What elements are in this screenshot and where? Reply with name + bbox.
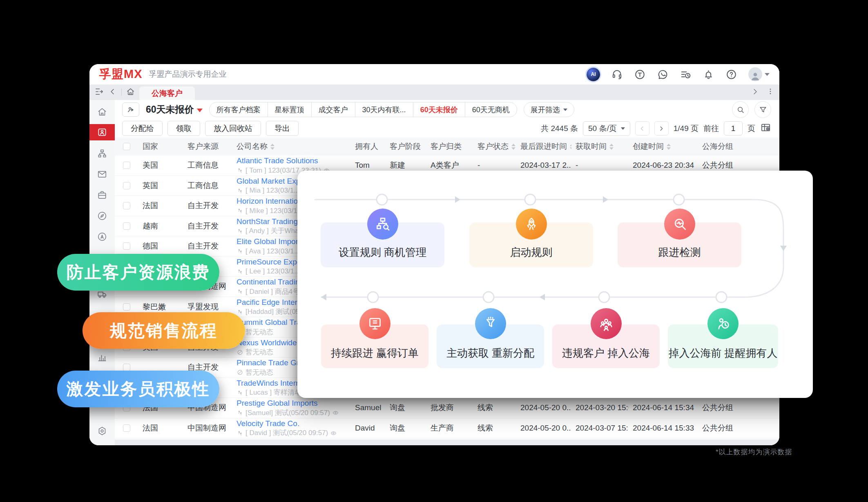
company-link[interactable]: Velocity Trade Co. bbox=[237, 419, 351, 428]
sidebar-item-mail[interactable] bbox=[89, 164, 115, 184]
cell-country: 法国 bbox=[138, 423, 183, 433]
more-vertical-icon[interactable] bbox=[766, 87, 774, 96]
view-label: 60天未报价 bbox=[146, 103, 194, 116]
search-button[interactable] bbox=[732, 101, 749, 118]
app-logo: 孚盟MX bbox=[99, 66, 143, 82]
recycle-bin-button[interactable]: 放入回收站 bbox=[205, 121, 261, 136]
export-button[interactable]: 导出 bbox=[266, 121, 299, 136]
home-icon[interactable] bbox=[126, 87, 135, 96]
filter-tab-4[interactable]: 60天未报价 bbox=[413, 102, 465, 117]
filter-tab-3[interactable]: 30天内有联... bbox=[355, 102, 413, 117]
cell-owner: Tom bbox=[351, 161, 386, 170]
whatsapp-icon[interactable] bbox=[657, 69, 669, 80]
sort-icon[interactable] bbox=[609, 144, 614, 150]
sort-icon[interactable] bbox=[667, 144, 671, 150]
eye-icon[interactable] bbox=[330, 430, 337, 437]
column-header-9[interactable]: 获取时间 bbox=[571, 141, 629, 152]
sidebar-item-discover[interactable] bbox=[89, 205, 115, 226]
table-header: 国家客户来源公司名称拥有人客户阶段客户归类客户状态最后跟进时间获取时间创建时间公… bbox=[115, 138, 779, 155]
company-link[interactable]: Prestige Global Imports bbox=[237, 399, 351, 408]
filter-tab-2[interactable]: 成交客户 bbox=[311, 102, 355, 117]
ai-assistant-icon[interactable]: AI bbox=[587, 68, 600, 81]
page-size-select[interactable]: 50 条/页 bbox=[583, 121, 630, 136]
user-menu[interactable] bbox=[748, 67, 770, 81]
filter-tab-0[interactable]: 所有客户档案 bbox=[210, 102, 268, 117]
sidebar-item-business[interactable] bbox=[89, 184, 115, 205]
letter-a-icon bbox=[97, 231, 107, 242]
cell-status: 线索 bbox=[473, 423, 516, 433]
chevron-left-icon[interactable] bbox=[108, 87, 117, 96]
select-all-checkbox[interactable] bbox=[123, 143, 130, 150]
screenshot-canvas: 孚盟MX 孚盟产品演示专用企业 AI 公海客户 6 bbox=[0, 0, 868, 502]
assign-to-button[interactable]: 分配给 bbox=[122, 121, 163, 136]
row-checkbox[interactable] bbox=[123, 182, 130, 189]
filter-tab-1[interactable]: 星标置顶 bbox=[268, 102, 311, 117]
column-header-3[interactable]: 公司名称 bbox=[232, 141, 351, 152]
header-icon-group: AI bbox=[587, 67, 770, 81]
row-checkbox[interactable] bbox=[123, 424, 130, 432]
sidebar-item-customers[interactable] bbox=[89, 124, 115, 140]
row-checkbox[interactable] bbox=[123, 222, 130, 230]
ai-assistant-icon: AI bbox=[587, 68, 600, 81]
prev-page-button[interactable] bbox=[635, 121, 649, 135]
row-checkbox[interactable] bbox=[123, 242, 130, 250]
footprints-icon bbox=[237, 228, 243, 235]
tab-public-customers[interactable]: 公海客户 bbox=[139, 87, 195, 100]
workflow-step-label: 跟进检测 bbox=[658, 245, 701, 260]
cell-public-group: 公共分组 bbox=[698, 423, 779, 433]
view-selector[interactable]: 60天未报价 bbox=[146, 103, 203, 116]
eye-icon[interactable] bbox=[332, 409, 339, 416]
order-icon bbox=[359, 308, 390, 339]
footprints-icon bbox=[237, 207, 243, 214]
assign-filter-icon bbox=[126, 105, 135, 114]
no-activity-icon bbox=[237, 349, 243, 356]
column-header-7[interactable]: 客户状态 bbox=[473, 141, 516, 152]
tab-bar: 公海客户 bbox=[89, 84, 779, 100]
sidebar-item-home[interactable] bbox=[89, 101, 115, 122]
cell-country: 黎巴嫩 bbox=[138, 302, 183, 312]
compass-icon bbox=[97, 211, 107, 221]
sidebar-item-settings[interactable] bbox=[89, 426, 115, 436]
row-checkbox[interactable] bbox=[123, 303, 130, 311]
collapse-menu-icon[interactable] bbox=[94, 87, 104, 96]
cell-create-time: 2024-06-23 20:34 bbox=[629, 161, 698, 170]
task-list-icon[interactable] bbox=[680, 69, 692, 80]
column-header-5: 客户阶段 bbox=[386, 141, 426, 152]
chevron-right-icon[interactable] bbox=[750, 87, 760, 96]
sidebar-item-org[interactable] bbox=[89, 143, 115, 164]
goto-page-input[interactable] bbox=[724, 121, 743, 135]
table-settings-button[interactable] bbox=[760, 122, 771, 135]
filter-button[interactable] bbox=[754, 101, 771, 118]
bell-icon[interactable] bbox=[703, 69, 714, 80]
row-checkbox[interactable] bbox=[123, 162, 130, 169]
sort-icon[interactable] bbox=[270, 144, 274, 150]
column-header-6: 客户归类 bbox=[426, 141, 473, 152]
remind-icon bbox=[707, 308, 739, 339]
expand-filter-button[interactable]: 展开筛选 bbox=[524, 102, 574, 117]
briefcase-icon bbox=[97, 190, 107, 200]
column-header-8[interactable]: 最后跟进时间 bbox=[516, 141, 571, 152]
sidebar-item-reports[interactable] bbox=[89, 347, 115, 368]
headset-icon[interactable] bbox=[611, 69, 623, 80]
horizontal-scrollbar[interactable] bbox=[115, 440, 779, 445]
violation-icon bbox=[591, 308, 622, 339]
help-icon[interactable] bbox=[725, 69, 737, 80]
row-checkbox[interactable] bbox=[123, 202, 130, 209]
sort-icon[interactable] bbox=[511, 144, 515, 150]
cell-source: 工商信息 bbox=[183, 160, 232, 171]
row-checkbox[interactable] bbox=[123, 364, 130, 371]
company-link[interactable]: Atlantic Trade Solutions bbox=[237, 156, 351, 165]
customer-icon bbox=[97, 127, 107, 138]
cell-last-follow-time: 2024-05-20 0... bbox=[516, 403, 571, 412]
column-header-10[interactable]: 创建时间 bbox=[629, 141, 698, 152]
page-indicator: 1/49 页 bbox=[674, 123, 698, 134]
sidebar-item-a[interactable] bbox=[89, 226, 115, 247]
next-page-button[interactable] bbox=[654, 121, 669, 135]
cell-source: 自主开发 bbox=[183, 221, 232, 231]
claim-button[interactable]: 领取 bbox=[167, 121, 200, 136]
translate-icon[interactable] bbox=[634, 69, 646, 80]
cell-category: 生产商 bbox=[426, 423, 473, 433]
assign-filter-button[interactable] bbox=[122, 102, 139, 117]
filter-tab-5[interactable]: 60天无商机 bbox=[465, 102, 517, 117]
cell-company: Prestige Global Imports[Samuel] 测试(05/20… bbox=[232, 399, 351, 417]
